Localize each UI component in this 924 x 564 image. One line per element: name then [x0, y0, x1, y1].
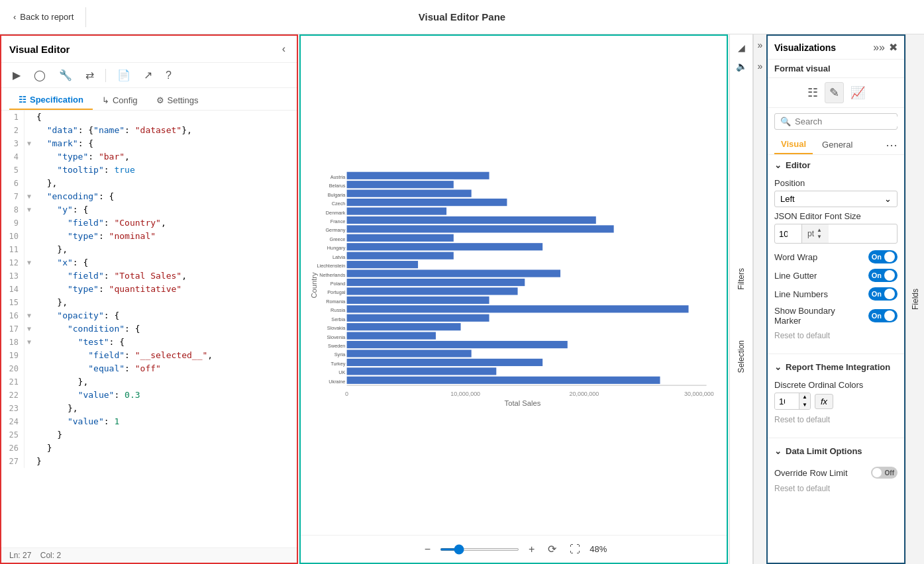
- collapse-left-button[interactable]: »: [754, 34, 766, 56]
- datalimit-reset-link[interactable]: Reset to default: [774, 481, 898, 498]
- speaker-icon-button[interactable]: 🔈: [733, 58, 750, 74]
- main-layout: Visual Editor ‹ ▶ ◯ 🔧 ⇄ 📄 ↗ ? ☷ Specific…: [0, 34, 924, 564]
- help-button[interactable]: ?: [162, 68, 175, 83]
- settings-icon: ⚙: [156, 95, 164, 105]
- line-gutter-toggle[interactable]: On: [868, 269, 898, 282]
- viz-expand-button[interactable]: »»: [873, 41, 885, 54]
- collapse-right-button[interactable]: »: [754, 56, 766, 77]
- code-line: 15 },: [1, 296, 297, 309]
- fields-tab[interactable]: Fields: [905, 34, 924, 564]
- bar: [347, 359, 543, 366]
- line-number: 17: [1, 322, 25, 336]
- section-datalimit-header[interactable]: ⌄ Data Limit Options: [768, 441, 904, 461]
- line-content: }: [34, 455, 42, 468]
- back-button[interactable]: ‹ Back to report: [8, 9, 79, 24]
- fold-icon: [25, 283, 34, 296]
- svg-text:Total Sales: Total Sales: [505, 400, 541, 408]
- run-button[interactable]: ▶: [9, 67, 24, 83]
- search-input[interactable]: [795, 117, 905, 126]
- font-size-down[interactable]: ▼: [815, 234, 823, 240]
- fx-button[interactable]: fx: [815, 394, 833, 409]
- font-size-up[interactable]: ▲: [815, 227, 823, 234]
- tab-specification[interactable]: ☷ Specification: [9, 91, 93, 110]
- selection-label[interactable]: Selection: [735, 335, 747, 378]
- editor-reset-link[interactable]: Reset to default: [774, 328, 898, 346]
- fields-label: Fields: [911, 289, 920, 310]
- bar: [347, 243, 543, 250]
- code-line: 26 }: [1, 442, 297, 455]
- tab-visual[interactable]: Visual: [774, 135, 813, 154]
- zoom-reset-button[interactable]: ⟳: [544, 541, 560, 557]
- line-content: },: [34, 402, 78, 415]
- doc-button[interactable]: 📄: [114, 67, 134, 83]
- filter-icon-button[interactable]: ◢: [735, 40, 748, 56]
- filters-label[interactable]: Filters: [735, 263, 747, 295]
- code-line: 27}: [1, 455, 297, 468]
- editor-section-label: Editor: [786, 160, 811, 170]
- tab-settings[interactable]: ⚙ Settings: [147, 91, 208, 110]
- fit-button[interactable]: ⛶: [566, 541, 584, 557]
- fold-icon: [25, 296, 34, 309]
- show-boundary-marker-toggle[interactable]: On: [868, 309, 898, 322]
- line-content: "encoding": {: [34, 190, 114, 203]
- fold-icon[interactable]: ▼: [25, 322, 34, 336]
- discrete-up[interactable]: ▲: [799, 393, 810, 401]
- bar: [347, 341, 568, 348]
- viz-analytics-icon[interactable]: 📈: [847, 83, 869, 103]
- fold-icon[interactable]: ▼: [25, 190, 34, 203]
- bar-label: Liechtenstein: [317, 263, 346, 269]
- fold-icon: [25, 442, 34, 455]
- tab-config[interactable]: ↳ Config: [93, 91, 147, 110]
- bar-label: Austria: [331, 174, 346, 180]
- bar-label: Romania: [326, 299, 346, 305]
- fold-icon[interactable]: ▼: [25, 137, 34, 150]
- fold-icon[interactable]: ▼: [25, 309, 34, 322]
- bar-chart-svg: Country AustriaBelarusBulgariaCzechDenma…: [306, 41, 721, 530]
- discrete-colors-input[interactable]: 10: [775, 394, 799, 409]
- fold-icon[interactable]: ▼: [25, 336, 34, 349]
- viz-table-icon[interactable]: ☷: [803, 83, 822, 103]
- bar-label: Germany: [325, 227, 345, 233]
- fold-icon[interactable]: ▼: [25, 256, 34, 269]
- code-line: 14 "type": "quantitative": [1, 283, 297, 296]
- show-boundary-marker-state: On: [872, 312, 882, 320]
- discrete-down[interactable]: ▼: [799, 401, 810, 409]
- line-number: 2: [1, 124, 25, 137]
- code-editor[interactable]: 1{2 "data": {"name": "dataset"},3▼ "mark…: [1, 111, 297, 547]
- tab-general[interactable]: General: [815, 136, 859, 154]
- show-boundary-marker-label: Show Boundary Marker: [774, 306, 854, 326]
- font-size-input[interactable]: 10: [775, 226, 801, 242]
- bar: [347, 190, 472, 197]
- format-button[interactable]: ⇄: [82, 67, 97, 83]
- fold-icon[interactable]: ▼: [25, 203, 34, 216]
- wrench-button[interactable]: 🔧: [56, 67, 76, 83]
- chevron-down-icon: ⌄: [884, 194, 892, 204]
- zoom-slider[interactable]: [440, 548, 519, 551]
- editor-collapse-button[interactable]: ‹: [279, 41, 289, 57]
- viz-more-icon[interactable]: ⋯: [886, 139, 898, 151]
- section-editor-header[interactable]: ⌄ Editor: [768, 155, 904, 175]
- line-content: "type": "bar",: [34, 150, 130, 164]
- word-wrap-toggle[interactable]: On: [868, 250, 898, 263]
- debug-button[interactable]: ◯: [30, 67, 49, 83]
- line-content: "x": {: [34, 256, 88, 269]
- viz-search-container: 🔍: [774, 113, 898, 130]
- bar: [347, 297, 489, 304]
- theme-reset-link[interactable]: Reset to default: [774, 412, 898, 430]
- viz-paint-icon[interactable]: ✎: [825, 82, 844, 103]
- position-dropdown[interactable]: Left ⌄: [774, 191, 898, 207]
- share-button[interactable]: ↗: [140, 67, 156, 83]
- viz-close-button[interactable]: ✖: [889, 41, 898, 54]
- override-row-limit-toggle[interactable]: Off: [871, 467, 898, 479]
- bar-label: Ukraine: [329, 379, 345, 385]
- line-numbers-toggle[interactable]: On: [868, 287, 898, 301]
- show-boundary-marker-prop: Show Boundary Marker On: [774, 303, 898, 328]
- zoom-out-button[interactable]: −: [421, 541, 435, 557]
- bar: [347, 207, 446, 214]
- discrete-colors-label: Discrete Ordinal Colors: [774, 380, 898, 390]
- line-content: }: [34, 442, 52, 455]
- line-number: 10: [1, 230, 25, 243]
- zoom-in-button[interactable]: +: [525, 541, 539, 557]
- line-number: 3: [1, 137, 25, 150]
- section-theme-header[interactable]: ⌄ Report Theme Integration: [768, 357, 904, 377]
